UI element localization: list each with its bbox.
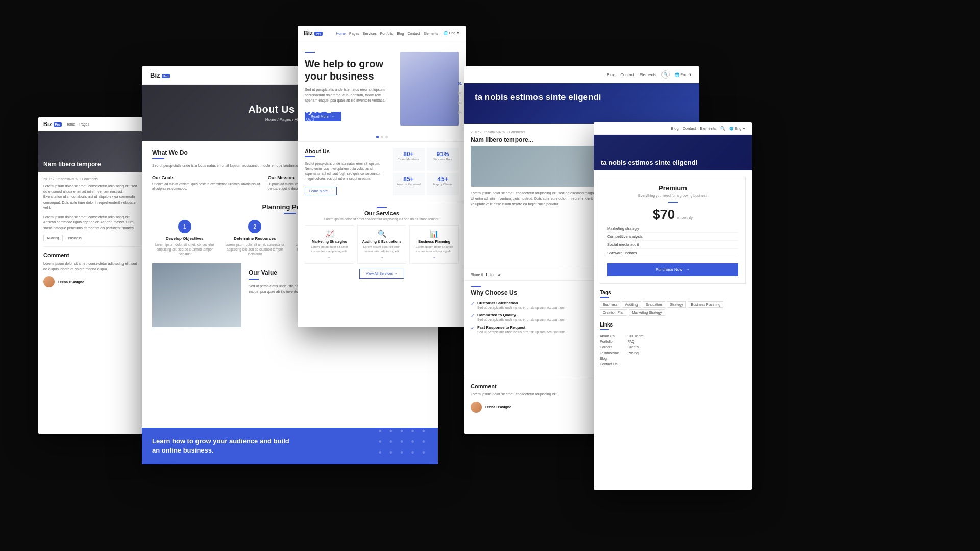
why-item-1: ✓ Customer Satisfaction Sed ut perspicia… xyxy=(471,300,613,310)
link-testimonials[interactable]: Testimonials xyxy=(600,350,620,356)
links-cols: About Us Portfolio Careers Testimonials … xyxy=(600,333,746,367)
logo: Biz Pro xyxy=(304,30,323,37)
commenter-name: Leena D'Avigno xyxy=(58,280,84,284)
nav-pages[interactable]: Pages xyxy=(79,122,89,126)
link-blog[interactable]: Blog xyxy=(600,356,620,361)
price-period: /monthly xyxy=(677,215,693,220)
purchase-button[interactable]: Purchase Now → xyxy=(607,263,738,276)
commenter-name: Leena D'Avigno xyxy=(485,405,511,409)
logo: Biz Pro xyxy=(150,71,170,79)
nav-contact[interactable]: Contact xyxy=(407,32,420,35)
link-faq[interactable]: FAQ xyxy=(628,339,644,344)
svc1-arrow[interactable]: → xyxy=(309,256,350,259)
step2-icon: 2 xyxy=(248,220,261,233)
link-clients[interactable]: Clients xyxy=(628,344,644,350)
post-text2: Lorem ipsum dolor sit amet, consectetur … xyxy=(43,215,140,231)
link-col-1: About Us Portfolio Careers Testimonials … xyxy=(600,333,620,367)
checkmark-icon-2: ✓ xyxy=(471,313,475,318)
services-title: Our Services xyxy=(305,210,459,216)
nav-bar: Blog Contact Elements 🔍 🌐 Eng ▼ xyxy=(594,122,752,135)
services-sub: Lorem ipsum dolor sit amet consectetur a… xyxy=(305,217,459,221)
hero-title: We help to growyour business xyxy=(305,58,394,82)
svc2-name: Auditing & Evaluations xyxy=(362,240,402,243)
link-contact[interactable]: Contact Us xyxy=(600,361,620,367)
nav-pages[interactable]: Pages xyxy=(349,32,359,35)
link-careers[interactable]: Careers xyxy=(600,344,620,350)
svc2-arrow[interactable]: → xyxy=(362,256,402,259)
svc-card-1: 📈 Marketing Strategies Lorem ipsum dolor… xyxy=(305,225,354,264)
nav-contact[interactable]: Contact xyxy=(683,126,696,131)
svc-btn[interactable]: View All Services → xyxy=(359,269,404,279)
facebook-icon[interactable]: f xyxy=(486,272,487,277)
tag-business[interactable]: Business xyxy=(600,301,620,308)
svc2-icon: 🔍 xyxy=(362,230,402,238)
comment-text: Lorem ipsum dolor sit amet, consectetur … xyxy=(43,261,140,272)
stat-1: 80+ Team Members xyxy=(393,148,425,171)
svc1-text: Lorem ipsum dolor sit amet consectetur a… xyxy=(309,245,350,254)
tag-biz-planning[interactable]: Business Planning xyxy=(688,301,723,308)
tag-creation[interactable]: Creation Plan xyxy=(600,309,627,316)
plan-name: Premium xyxy=(607,184,738,192)
planning-divider xyxy=(284,213,296,214)
about-divider xyxy=(305,156,315,157)
feature-list: Marketing strategy Competitive analysis … xyxy=(607,224,738,257)
post-title: Nam libero tempore... xyxy=(471,136,608,143)
avatar xyxy=(43,276,55,287)
nav-contact[interactable]: Contact xyxy=(620,72,634,77)
step1-icon: 1 xyxy=(178,220,191,233)
why-item-text: Customer Satisfaction Sed ut perspiciati… xyxy=(477,300,565,310)
twitter-icon[interactable]: tw xyxy=(497,272,501,277)
nav-elements[interactable]: Elements xyxy=(424,32,438,35)
svc3-arrow[interactable]: → xyxy=(414,256,454,259)
hero-image: Nam libero tempore xyxy=(38,131,145,172)
link-about[interactable]: About Us xyxy=(600,333,620,339)
links-section: Links About Us Portfolio Careers Testimo… xyxy=(600,322,746,367)
nav-home[interactable]: Home xyxy=(336,32,346,35)
nav-elements[interactable]: Elements xyxy=(700,126,716,131)
step-1: 1 Develop Objectives Lorem ipsum dolor s… xyxy=(152,220,217,256)
nav-home[interactable]: Home xyxy=(66,122,76,126)
lang-selector[interactable]: 🌐 Eng ▼ xyxy=(729,127,746,131)
hero-section: ta nobis estimos sinte eligendi xyxy=(594,135,752,170)
nav-blog[interactable]: Blog xyxy=(671,126,679,131)
search-icon[interactable]: 🔍 xyxy=(720,126,725,131)
post-text: Lorem ipsum dolor sit amet, consectetur … xyxy=(471,191,608,207)
price-value: $70 xyxy=(653,207,675,222)
price-display: $70 /monthly xyxy=(607,207,738,222)
divider xyxy=(152,158,164,159)
nav-blog[interactable]: Blog xyxy=(397,32,404,35)
post-col: 29.07.2022 admin-liv ✎ 1 Comments Nam li… xyxy=(471,130,608,263)
lang-selector[interactable]: 🌐 Eng ▼ xyxy=(444,31,460,35)
stat-num1: 80+ xyxy=(395,151,422,158)
lang-selector[interactable]: 🌐 Eng ▼ xyxy=(675,72,692,77)
hero-subtitle: Home / Pages / About Us 1 xyxy=(265,117,315,122)
post-text: Lorem ipsum dolor sit amet, consectetur … xyxy=(43,184,140,211)
tag-mkt-strategy[interactable]: Marketing Strategy xyxy=(629,309,665,316)
about-btn[interactable]: Learn More → xyxy=(305,187,337,195)
avatar xyxy=(471,402,482,413)
services-header: Our Services Lorem ipsum dolor sit amet … xyxy=(305,207,459,221)
tag-strategy[interactable]: Strategy xyxy=(667,301,686,308)
nav-elements[interactable]: Elements xyxy=(640,72,656,77)
search-button[interactable]: 🔍 xyxy=(662,70,670,79)
link-pricing[interactable]: Pricing xyxy=(628,350,644,356)
feat-3: Social media audit xyxy=(607,241,738,249)
link-portfolio[interactable]: Portfolio xyxy=(600,339,620,344)
tag-auditing[interactable]: Auditing xyxy=(622,301,641,308)
nav-portfolio[interactable]: Portfolio xyxy=(380,32,394,35)
feat-1: Marketing strategy xyxy=(607,224,738,233)
hero-image: ta nobis estimos sinte eligendi xyxy=(464,83,699,124)
tag-auditing[interactable]: Auditing xyxy=(43,235,63,241)
instagram-icon[interactable]: in xyxy=(490,272,493,277)
comment-title: Comment xyxy=(43,252,140,258)
tags-section: Tags Business Auditing Evaluation Strate… xyxy=(600,290,746,316)
tag-evaluation[interactable]: Evaluation xyxy=(643,301,666,308)
card-hero-main: Biz Pro Home Pages Services Portfolio Bl… xyxy=(298,26,466,327)
nav-blog[interactable]: Blog xyxy=(607,72,615,77)
why-divider xyxy=(471,286,481,287)
goals-col: Our Goals Ut enim ad minim veniam, quis … xyxy=(152,175,262,191)
link-team[interactable]: Our Team xyxy=(628,333,644,339)
tag-business[interactable]: Business xyxy=(65,235,85,241)
post-img xyxy=(471,146,608,187)
nav-services[interactable]: Services xyxy=(363,32,377,35)
